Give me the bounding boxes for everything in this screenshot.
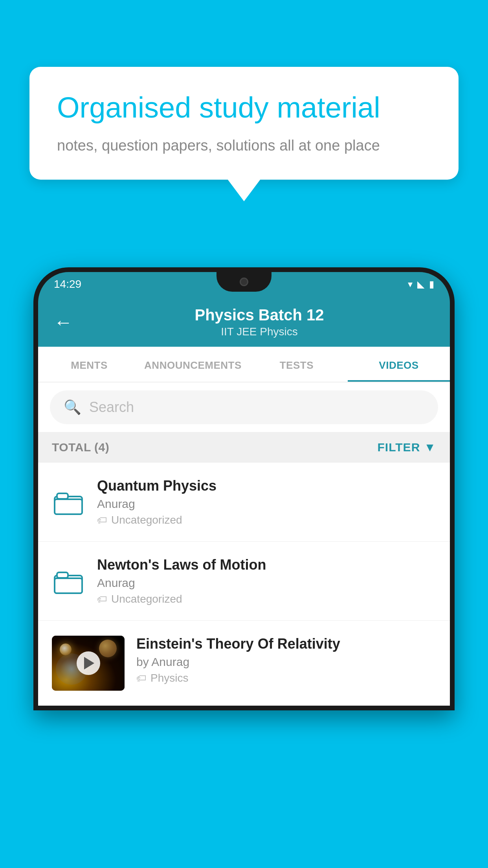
svg-rect-1 — [55, 499, 82, 514]
status-icons: ▾ ◣ ▮ — [408, 279, 434, 290]
video-overlay — [52, 636, 125, 691]
list-item[interactable]: Quantum Physics Anurag 🏷 Uncategorized — [38, 463, 450, 542]
tag-icon: 🏷 — [136, 672, 147, 684]
header-subtitle: IIT JEE Physics — [84, 326, 434, 338]
filter-bar: TOTAL (4) FILTER ▼ — [38, 432, 450, 463]
phone-frame: 14:29 ▾ ◣ ▮ ← Physics Batch 12 IIT JEE P… — [33, 267, 455, 710]
item-title: Einstein's Theory Of Relativity — [136, 636, 436, 652]
filter-funnel-icon: ▼ — [424, 441, 436, 454]
video-thumbnail — [52, 636, 125, 691]
volume-down-button — [33, 447, 36, 486]
folder-icon-wrap — [52, 568, 85, 594]
phone-time: 14:29 — [54, 278, 81, 291]
tab-videos[interactable]: VIDEOS — [348, 347, 450, 382]
search-bar[interactable]: 🔍 Search — [50, 390, 438, 424]
tag-icon: 🏷 — [97, 514, 107, 526]
content-area: Quantum Physics Anurag 🏷 Uncategorized — [38, 463, 450, 706]
header-title-group: Physics Batch 12 IIT JEE Physics — [84, 306, 434, 338]
header-title: Physics Batch 12 — [84, 306, 434, 324]
wifi-icon: ▾ — [408, 279, 413, 290]
back-button[interactable]: ← — [54, 313, 73, 332]
item-title: Quantum Physics — [97, 478, 436, 494]
search-container: 🔍 Search — [38, 383, 450, 432]
status-bar: 14:29 ▾ ◣ ▮ — [38, 272, 450, 296]
play-button[interactable] — [77, 651, 100, 675]
item-title: Newton's Laws of Motion — [97, 557, 436, 573]
phone-notch — [216, 272, 272, 292]
item-tag: 🏷 Uncategorized — [97, 514, 436, 526]
tab-tests[interactable]: TESTS — [246, 347, 348, 382]
item-info: Quantum Physics Anurag 🏷 Uncategorized — [97, 478, 436, 526]
search-icon: 🔍 — [64, 399, 81, 416]
speech-bubble: Organised study material notes, question… — [29, 67, 459, 180]
battery-icon: ▮ — [429, 279, 434, 290]
item-author: by Anurag — [136, 655, 436, 669]
phone-wrapper: 14:29 ▾ ◣ ▮ ← Physics Batch 12 IIT JEE P… — [33, 267, 455, 868]
filter-button[interactable]: FILTER ▼ — [378, 441, 436, 454]
svg-rect-4 — [55, 578, 82, 593]
volume-up-button — [33, 398, 36, 437]
play-triangle-icon — [84, 657, 94, 669]
list-item[interactable]: Einstein's Theory Of Relativity by Anura… — [38, 621, 450, 706]
tabs-bar: MENTS ANNOUNCEMENTS TESTS VIDEOS — [38, 347, 450, 383]
bubble-heading: Organised study material — [57, 90, 431, 125]
app-header: ← Physics Batch 12 IIT JEE Physics — [38, 296, 450, 347]
bubble-subtext: notes, question papers, solutions all at… — [57, 135, 431, 156]
item-tag: 🏷 Physics — [136, 672, 436, 684]
tag-icon: 🏷 — [97, 593, 107, 605]
tab-announcements[interactable]: ANNOUNCEMENTS — [140, 347, 246, 382]
total-count: TOTAL (4) — [52, 441, 109, 454]
volume-silent-button — [33, 362, 36, 386]
folder-icon — [54, 568, 83, 594]
front-camera — [240, 278, 248, 286]
svg-rect-2 — [57, 493, 68, 499]
item-author: Anurag — [97, 497, 436, 511]
folder-icon-wrap — [52, 489, 85, 515]
item-info: Einstein's Theory Of Relativity by Anura… — [136, 636, 436, 684]
item-author: Anurag — [97, 576, 436, 590]
signal-icon: ◣ — [417, 279, 424, 290]
tab-ments[interactable]: MENTS — [38, 347, 140, 382]
item-info: Newton's Laws of Motion Anurag 🏷 Uncateg… — [97, 557, 436, 605]
item-tag: 🏷 Uncategorized — [97, 593, 436, 605]
power-button — [452, 382, 455, 414]
svg-rect-5 — [57, 572, 68, 578]
folder-icon — [54, 489, 83, 515]
list-item[interactable]: Newton's Laws of Motion Anurag 🏷 Uncateg… — [38, 542, 450, 621]
search-input[interactable]: Search — [89, 399, 134, 416]
